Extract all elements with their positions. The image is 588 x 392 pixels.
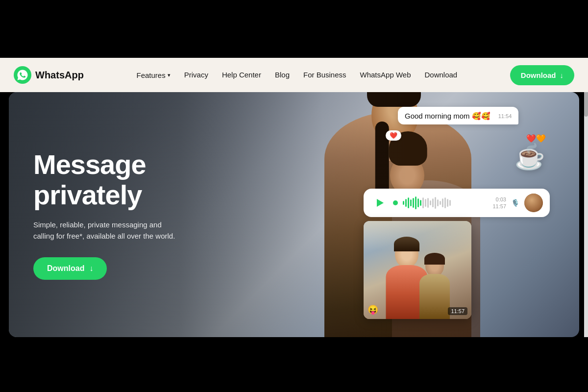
download-arrow-icon: ↓ xyxy=(89,264,93,273)
play-icon xyxy=(377,199,384,207)
message-time: 11:54 xyxy=(498,113,512,119)
hero-download-button[interactable]: Download ↓ xyxy=(33,257,107,280)
scrollbar[interactable] xyxy=(584,58,588,337)
play-button[interactable] xyxy=(370,194,388,212)
web-link[interactable]: WhatsApp Web xyxy=(360,71,411,79)
nav-item-privacy[interactable]: Privacy xyxy=(184,71,208,79)
hero-headline: Message privately xyxy=(33,149,180,210)
nav-links: Features ▾ Privacy Help Center Blog xyxy=(137,71,458,79)
nav-item-blog[interactable]: Blog xyxy=(275,71,290,79)
black-bar-top xyxy=(0,0,588,58)
voice-meta: 0:03 11:57 xyxy=(492,196,506,209)
nav-item-web[interactable]: WhatsApp Web xyxy=(360,71,411,79)
coffee-sticker: ☕ xyxy=(514,143,545,171)
voice-active-dot xyxy=(393,200,398,205)
hero-section: Message privately Simple, reliable, priv… xyxy=(9,92,579,337)
mic-icon: 🎙️ xyxy=(511,199,519,207)
nav-item-help[interactable]: Help Center xyxy=(222,71,261,79)
message-text: Good morning mom 🥰🥰 xyxy=(405,112,490,121)
message-bubble: Good morning mom 🥰🥰 11:54 xyxy=(398,107,518,124)
download-icon: ↓ xyxy=(560,71,564,79)
hero-content: Message privately Simple, reliable, priv… xyxy=(33,149,180,280)
voice-time: 11:57 xyxy=(492,203,506,209)
hero-subtext: Simple, reliable, private messaging and … xyxy=(33,220,180,242)
voice-avatar xyxy=(524,194,543,212)
video-thumbnail: 11:57 😝 xyxy=(364,221,471,319)
hearts-decoration: ❤️🧡 xyxy=(526,134,546,143)
features-label: Features xyxy=(137,71,166,79)
download-nav-link[interactable]: Download xyxy=(424,71,457,79)
chevron-down-icon: ▾ xyxy=(168,72,171,78)
logo-text: WhatsApp xyxy=(35,70,84,81)
nav-item-business[interactable]: For Business xyxy=(303,71,346,79)
message-reaction: ❤️ xyxy=(386,130,550,141)
blog-link[interactable]: Blog xyxy=(275,71,290,79)
message-bubble-row: Good morning mom 🥰🥰 11:54 xyxy=(378,107,550,127)
navbar: WhatsApp Features ▾ Privacy Help Center xyxy=(0,58,588,92)
nav-download-button[interactable]: Download ↓ xyxy=(510,65,574,85)
chat-ui-overlay: Good morning mom 🥰🥰 11:54 ❤️ ☕ ❤️🧡 xyxy=(364,107,550,319)
video-emoji-reaction: 😝 xyxy=(368,304,378,315)
logo-link[interactable]: WhatsApp xyxy=(14,66,84,84)
video-inner xyxy=(364,221,471,319)
nav-item-download[interactable]: Download xyxy=(424,71,457,79)
business-link[interactable]: For Business xyxy=(303,71,346,79)
voice-duration: 0:03 xyxy=(496,196,506,202)
help-link[interactable]: Help Center xyxy=(222,71,261,79)
sticker-row: ☕ ❤️🧡 xyxy=(364,143,550,187)
video-timestamp: 11:57 xyxy=(448,307,467,315)
nav-item-features[interactable]: Features ▾ xyxy=(137,71,171,79)
voice-message-bubble: 0:03 11:57 🎙️ xyxy=(364,189,550,217)
waveform xyxy=(403,196,488,210)
privacy-link[interactable]: Privacy xyxy=(184,71,208,79)
whatsapp-logo-icon xyxy=(14,66,31,84)
black-bar-bottom xyxy=(0,337,588,392)
